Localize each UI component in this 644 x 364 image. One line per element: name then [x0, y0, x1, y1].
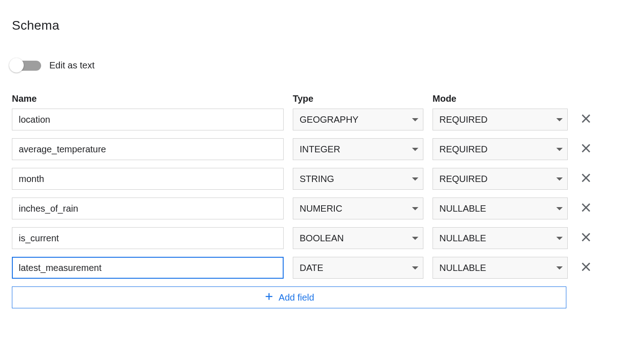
field-type-select[interactable]: STRING — [293, 168, 423, 190]
column-headers: Name Type Mode — [12, 94, 632, 104]
field-mode-select[interactable]: REQUIRED — [433, 168, 568, 190]
field-mode-select[interactable]: NULLABLE — [433, 227, 568, 249]
field-name-input[interactable] — [12, 168, 284, 190]
field-type-value: GEOGRAPHY — [300, 114, 359, 125]
field-type-select[interactable]: BOOLEAN — [293, 227, 423, 249]
chevron-down-icon — [412, 237, 418, 240]
close-icon — [580, 142, 592, 157]
chevron-down-icon — [556, 237, 563, 240]
remove-field-button[interactable] — [577, 259, 595, 277]
chevron-down-icon — [556, 148, 563, 151]
field-type-select[interactable]: DATE — [293, 257, 423, 279]
remove-field-button[interactable] — [577, 199, 595, 218]
field-type-select[interactable]: INTEGER — [293, 138, 423, 160]
plus-icon — [264, 291, 274, 304]
add-field-label: Add field — [279, 292, 314, 303]
edit-as-text-label: Edit as text — [49, 60, 95, 71]
field-type-select[interactable]: NUMERIC — [293, 198, 423, 219]
field-type-select[interactable]: GEOGRAPHY — [293, 109, 423, 130]
field-type-value: BOOLEAN — [300, 233, 344, 244]
field-mode-select[interactable]: NULLABLE — [433, 198, 568, 219]
field-type-value: INTEGER — [300, 144, 340, 155]
close-icon — [580, 260, 592, 276]
field-type-value: STRING — [300, 174, 334, 184]
edit-as-text-toggle[interactable] — [12, 61, 41, 71]
close-icon — [580, 112, 592, 127]
chevron-down-icon — [556, 266, 563, 270]
field-mode-value: NULLABLE — [439, 263, 486, 273]
chevron-down-icon — [556, 177, 563, 181]
remove-field-button[interactable] — [577, 110, 595, 129]
close-icon — [580, 201, 592, 216]
field-name-input[interactable] — [12, 257, 284, 279]
add-field-button[interactable]: Add field — [12, 286, 566, 308]
field-name-input[interactable] — [12, 227, 284, 249]
field-name-input[interactable] — [12, 109, 284, 130]
chevron-down-icon — [556, 118, 563, 121]
field-type-value: DATE — [300, 263, 323, 273]
field-mode-select[interactable]: NULLABLE — [433, 257, 568, 279]
close-icon — [580, 172, 592, 187]
section-title: Schema — [12, 18, 632, 33]
field-mode-select[interactable]: REQUIRED — [433, 138, 568, 160]
header-type: Type — [293, 94, 423, 104]
remove-field-button[interactable] — [577, 229, 595, 247]
header-mode: Mode — [433, 94, 568, 104]
field-mode-value: NULLABLE — [439, 233, 486, 244]
field-name-input[interactable] — [12, 198, 284, 219]
chevron-down-icon — [412, 177, 418, 181]
chevron-down-icon — [412, 148, 418, 151]
field-mode-value: REQUIRED — [439, 114, 488, 125]
chevron-down-icon — [556, 207, 563, 210]
field-type-value: NUMERIC — [300, 203, 342, 214]
schema-rows: GEOGRAPHYREQUIREDINTEGERREQUIREDSTRINGRE… — [12, 109, 632, 279]
chevron-down-icon — [412, 207, 418, 210]
close-icon — [580, 231, 592, 246]
field-mode-value: NULLABLE — [439, 203, 486, 214]
chevron-down-icon — [412, 118, 418, 121]
field-mode-select[interactable]: REQUIRED — [433, 109, 568, 130]
remove-field-button[interactable] — [577, 140, 595, 158]
header-name: Name — [12, 94, 284, 104]
chevron-down-icon — [412, 266, 418, 270]
edit-as-text-toggle-row: Edit as text — [12, 60, 632, 71]
field-name-input[interactable] — [12, 138, 284, 160]
field-mode-value: REQUIRED — [439, 174, 488, 184]
remove-field-button[interactable] — [577, 170, 595, 188]
field-mode-value: REQUIRED — [439, 144, 488, 155]
